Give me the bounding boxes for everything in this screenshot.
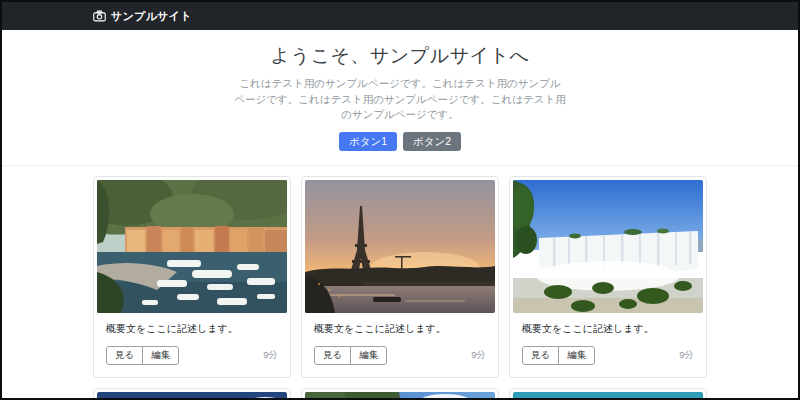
card-1-duration: 9分 [263,349,278,362]
card-grid-row-2 [93,388,707,400]
card-3: 概要文をここに記述します。 見る 編集 9分 [509,176,707,378]
section-divider [2,165,798,166]
card-2-summary: 概要文をここに記述します。 [314,322,486,336]
iguazu-waterfall-photo [513,180,703,313]
card-5 [301,388,499,400]
card-3-summary: 概要文をここに記述します。 [522,322,694,336]
card-3-edit-button[interactable]: 編集 [558,346,595,365]
card-1-button-group: 見る 編集 [106,346,179,365]
card-2: 概要文をここに記述します。 見る 編集 9分 [301,176,499,378]
eiffel-tower-sunset-photo [305,180,495,313]
card-1-edit-button[interactable]: 編集 [142,346,179,365]
teal-sea-photo [513,392,703,400]
card-6 [509,388,707,400]
card-2-button-group: 見る 編集 [314,346,387,365]
navbar-brand[interactable]: サンプルサイト [93,9,192,24]
card-2-edit-button[interactable]: 編集 [350,346,387,365]
navbar-brand-label: サンプルサイト [111,9,192,24]
card-3-view-button[interactable]: 見る [522,346,559,365]
card-grid-row-1: 概要文をここに記述します。 見る 編集 9分 [93,176,707,378]
card-1: 概要文をここに記述します。 見る 編集 9分 [93,176,291,378]
card-1-body: 概要文をここに記述します。 見る 編集 9分 [97,313,287,374]
card-4 [93,388,291,400]
hero-buttons: ボタン1 ボタン2 [2,132,798,152]
cliff-and-blue-sky-photo [305,392,495,400]
page: サンプルサイト ようこそ、サンプルサイトへ これはテスト用のサンプルページです。… [0,0,800,400]
card-3-button-group: 見る 編集 [522,346,595,365]
button-2[interactable]: ボタン2 [403,132,461,152]
camera-icon [93,10,106,22]
card-2-view-button[interactable]: 見る [314,346,351,365]
card-2-duration: 9分 [471,349,486,362]
deep-blue-sky-clouds-photo [97,392,287,400]
card-3-body: 概要文をここに記述します。 見る 編集 9分 [513,313,703,374]
portofino-harbor-photo [97,180,287,313]
navbar: サンプルサイト [2,2,798,30]
card-2-body: 概要文をここに記述します。 見る 編集 9分 [305,313,495,374]
button-1[interactable]: ボタン1 [339,132,397,152]
card-3-duration: 9分 [679,349,694,362]
hero-section: ようこそ、サンプルサイトへ これはテスト用のサンプルページです。これはテスト用の… [2,30,798,151]
card-1-view-button[interactable]: 見る [106,346,143,365]
card-1-summary: 概要文をここに記述します。 [106,322,278,336]
hero-description: これはテスト用のサンプルページです。これはテスト用のサンプルページです。これはテ… [234,76,566,123]
page-title: ようこそ、サンプルサイトへ [2,43,798,69]
